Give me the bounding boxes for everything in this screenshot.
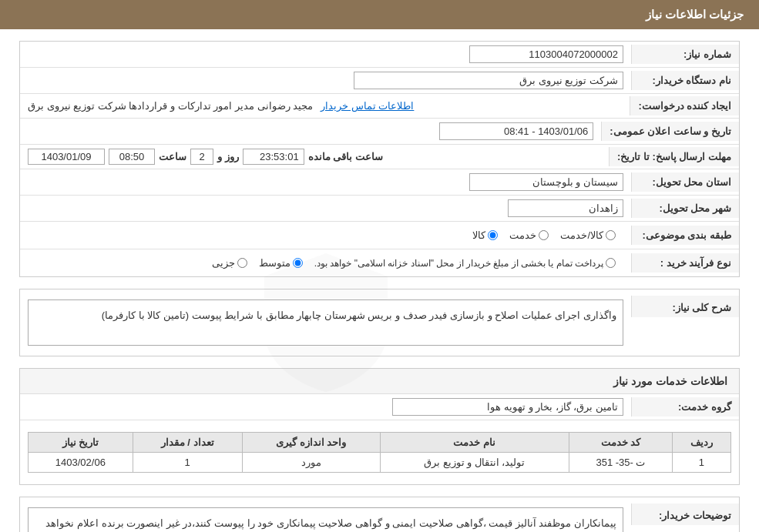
announce-date-label: تاریخ و ساعت اعلان عمومی: [601, 122, 739, 141]
creator-label: ایجاد کننده درخواست: [630, 96, 739, 115]
category-radio-khedmat: خدمت [509, 229, 549, 241]
content-area: شماره نیاز: 1103004072000002 نام دستگاه … [0, 29, 759, 532]
response-deadline-value: ساعت باقی مانده 23:53:01 روز و 2 ساعت 08… [20, 145, 609, 169]
services-table-header-row: ردیف کد خدمت نام خدمت واحد اندازه گیری ت… [29, 433, 731, 453]
buyer-notes-value: پیمانکاران موظفند آنالیز قیمت ،گواهی صلا… [20, 504, 631, 532]
response-date-display: 1403/01/09 [28, 149, 105, 165]
purchase-type-motavset-label: متوسط [259, 257, 291, 269]
creator-name: مجید رضوانی مدیر امور تدارکات و قرارداده… [28, 100, 313, 112]
creator-row: ایجاد کننده درخواست: اطلاعات تماس خریدار… [20, 94, 739, 119]
buyer-notes-text: پیمانکاران موظفند آنالیز قیمت ،گواهی صلا… [28, 507, 623, 532]
category-radio-kala: کالا [472, 229, 498, 241]
purchase-type-radio-jozi-input[interactable] [237, 258, 247, 268]
remaining-time-value: 23:53:01 [243, 149, 304, 165]
col-header-unit: واحد اندازه گیری [242, 433, 380, 453]
col-header-service-name: نام خدمت [380, 433, 569, 453]
purchase-type-jozi-label: جزیی [212, 257, 235, 269]
category-kala-khedmat-label: کالا/خدمت [560, 229, 603, 241]
services-table-container: ردیف کد خدمت نام خدمت واحد اندازه گیری ت… [20, 420, 739, 484]
page-header: جزئیات اطلاعات نیاز [0, 0, 759, 29]
description-value: واگذاری اجرای عملیات اصلاح و بازسازی فید… [20, 296, 631, 350]
cell-need-date: 1403/02/06 [29, 453, 133, 473]
buyer-notes-label: توضیحات خریدار: [631, 504, 739, 525]
col-header-qty: تعداد / مقدار [133, 433, 242, 453]
need-number-display: 1103004072000002 [469, 45, 623, 63]
description-label: شرح کلی نیاز: [631, 296, 739, 317]
announce-date-display: 1403/01/06 - 08:41 [439, 122, 593, 140]
category-radio-group: کالا/خدمت خدمت کالا [28, 226, 623, 245]
announce-date-value: 1403/01/06 - 08:41 [20, 119, 601, 144]
col-header-need-date: تاریخ نیاز [29, 433, 133, 453]
creator-value: اطلاعات تماس خریدار مجید رضوانی مدیر امو… [20, 96, 630, 115]
cell-qty: 1 [133, 453, 242, 473]
page-title: جزئیات اطلاعات نیاز [646, 8, 744, 21]
cell-rownum: 1 [672, 453, 730, 473]
announce-date-row: تاریخ و ساعت اعلان عمومی: 1403/01/06 - 0… [20, 119, 739, 145]
category-kala-label: کالا [472, 229, 485, 241]
category-khedmat-label: خدمت [509, 229, 536, 241]
purchase-type-esnad-label: پرداخت تمام یا بخشی از مبلغ خریدار از مح… [314, 258, 603, 269]
creator-contact-link[interactable]: اطلاعات تماس خریدار [321, 100, 414, 112]
purchase-type-radio-esnad-input[interactable] [606, 258, 616, 268]
response-deadline-row: مهلت ارسال پاسخ: تا تاریخ: ساعت باقی مان… [20, 145, 739, 169]
response-day-label: روز و [217, 151, 239, 162]
buyer-org-row: نام دستگاه خریدار: شرکت توزیع نیروی برق [20, 68, 739, 94]
buyer-notes-section: توضیحات خریدار: پیمانکاران موظفند آنالیز… [19, 497, 740, 532]
description-wrap: واگذاری اجرای عملیات اصلاح و بازسازی فید… [28, 299, 623, 346]
purchase-type-radio-esnad: پرداخت تمام یا بخشی از مبلغ خریدار از مح… [314, 258, 616, 269]
need-number-row: شماره نیاز: 1103004072000002 [20, 42, 739, 68]
cell-service-name: تولید، انتقال و توزیع برق [380, 453, 569, 473]
purchase-type-radio-motavset: متوسط [259, 257, 303, 269]
buyer-org-label: نام دستگاه خریدار: [631, 71, 739, 90]
buyer-org-value: شرکت توزیع نیروی برق [20, 68, 631, 93]
buyer-notes-row: توضیحات خریدار: پیمانکاران موظفند آنالیز… [20, 497, 739, 532]
description-text: واگذاری اجرای عملیات اصلاح و بازسازی فید… [28, 299, 623, 346]
service-group-row: گروه خدمت: تامین برق، گاز، بخار و تهویه … [20, 394, 739, 420]
purchase-type-radio-group: پرداخت تمام یا بخشی از مبلغ خریدار از مح… [28, 253, 623, 273]
province-value: سیستان و بلوچستان [20, 169, 631, 195]
cell-unit: مورد [242, 453, 380, 473]
description-row: شرح کلی نیاز: واگذاری اجرای عملیات اصلاح… [20, 289, 739, 356]
need-number-value: 1103004072000002 [20, 42, 631, 67]
service-group-display: تامین برق، گاز، بخار و تهویه هوا [392, 398, 623, 416]
services-section: اطلاعات خدمات مورد نیاز گروه خدمت: تامین… [19, 368, 740, 485]
buyer-org-display: شرکت توزیع نیروی برق [354, 72, 623, 89]
services-table-head: ردیف کد خدمت نام خدمت واحد اندازه گیری ت… [29, 433, 731, 453]
category-radio-khedmat-input[interactable] [539, 230, 549, 240]
province-display: سیستان و بلوچستان [469, 173, 623, 191]
table-row: 1 ت -35- 351 تولید، انتقال و توزیع برق م… [29, 453, 731, 473]
city-value: زاهدان [20, 196, 631, 221]
category-radio-kala-input[interactable] [488, 230, 498, 240]
purchase-type-value: پرداخت تمام یا بخشی از مبلغ خریدار از مح… [20, 249, 631, 276]
purchase-type-label: نوع فرآیند خرید : [631, 253, 739, 273]
city-label: شهر محل تحویل: [631, 199, 739, 218]
description-section: شرح کلی نیاز: واگذاری اجرای عملیات اصلاح… [19, 289, 740, 356]
service-group-label: گروه خدمت: [631, 397, 739, 417]
services-table-body: 1 ت -35- 351 تولید، انتقال و توزیع برق م… [29, 453, 731, 473]
response-time-value: 08:50 [109, 149, 155, 165]
category-value: کالا/خدمت خدمت کالا [20, 222, 631, 249]
category-label: طبقه بندی موضوعی: [631, 226, 739, 245]
province-label: استان محل تحویل: [631, 172, 739, 192]
city-row: شهر محل تحویل: زاهدان [20, 196, 739, 222]
category-radio-kala-khedmat-input[interactable] [606, 230, 616, 240]
services-table: ردیف کد خدمت نام خدمت واحد اندازه گیری ت… [28, 432, 731, 473]
info-section: شماره نیاز: 1103004072000002 نام دستگاه … [19, 41, 740, 277]
response-days-value: 2 [190, 149, 213, 165]
purchase-type-radio-jozi: جزیی [212, 257, 247, 269]
purchase-type-radio-motavset-input[interactable] [293, 258, 303, 268]
page-wrapper: جزئیات اطلاعات نیاز شماره نیاز: 11030040… [0, 0, 759, 532]
response-date-row: ساعت باقی مانده 23:53:01 روز و 2 ساعت 08… [28, 149, 601, 165]
category-radio-kala-khedmat: کالا/خدمت [560, 229, 616, 241]
need-number-label: شماره نیاز: [631, 45, 739, 64]
city-display: زاهدان [508, 199, 623, 217]
col-header-service-code: کد خدمت [569, 433, 672, 453]
service-group-value: تامین برق، گاز، بخار و تهویه هوا [20, 394, 631, 420]
col-header-rownum: ردیف [672, 433, 730, 453]
category-row: طبقه بندی موضوعی: کالا/خدمت خدمت [20, 222, 739, 249]
services-section-title: اطلاعات خدمات مورد نیاز [20, 369, 739, 394]
response-time-label: ساعت [159, 151, 186, 162]
province-row: استان محل تحویل: سیستان و بلوچستان [20, 169, 739, 196]
response-deadline-label: مهلت ارسال پاسخ: تا تاریخ: [609, 147, 739, 166]
purchase-type-row: نوع فرآیند خرید : پرداخت تمام یا بخشی از… [20, 249, 739, 276]
